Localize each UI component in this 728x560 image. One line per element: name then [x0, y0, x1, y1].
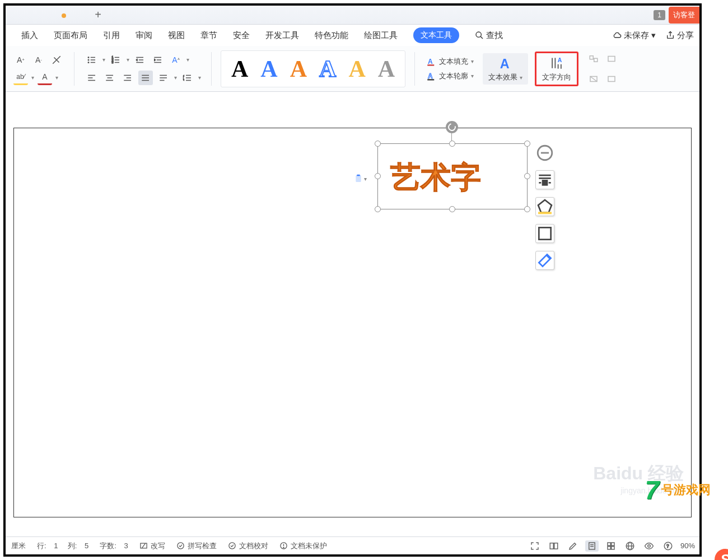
menu-features[interactable]: 特色功能: [315, 30, 348, 41]
svg-line-1: [480, 36, 483, 39]
format-painter-button[interactable]: [535, 251, 554, 270]
distributed-dropdown[interactable]: ▾: [174, 74, 177, 81]
increase-indent-button[interactable]: [151, 53, 165, 67]
svg-point-71: [229, 543, 235, 549]
cloud-save-status[interactable]: 未保存▾: [613, 30, 656, 41]
change-case-dropdown[interactable]: ▾: [186, 57, 189, 63]
menu-view[interactable]: 视图: [168, 30, 185, 41]
resize-handle-bl[interactable]: [375, 206, 381, 212]
svg-rect-66: [538, 212, 552, 214]
guest-login-button[interactable]: 访客登: [669, 7, 699, 24]
resize-handle-tr[interactable]: [524, 141, 530, 147]
shape-fill-button[interactable]: [535, 197, 554, 216]
menu-review[interactable]: 审阅: [136, 30, 152, 41]
text-outline-button[interactable]: A 文本轮廓▾: [424, 70, 476, 82]
link-textbox-button[interactable]: [586, 52, 601, 66]
menu-security[interactable]: 安全: [233, 30, 250, 41]
align-right-button[interactable]: [120, 71, 135, 85]
status-protection[interactable]: 文档未保护: [279, 541, 327, 551]
rotation-handle[interactable]: [446, 121, 458, 133]
align-left-button[interactable]: [85, 71, 99, 85]
web-layout-button[interactable]: [623, 540, 637, 552]
highlight-dropdown[interactable]: ▾: [31, 74, 34, 81]
style-a-blue[interactable]: A: [260, 55, 277, 82]
align-justify-button[interactable]: [138, 71, 153, 85]
status-cursor[interactable]: 行: 1 列: 5: [37, 541, 88, 551]
style-a-black[interactable]: A: [231, 55, 248, 82]
font-color-button[interactable]: A: [38, 71, 52, 85]
status-wordcount[interactable]: 字数: 3: [100, 541, 128, 551]
menu-text-tools[interactable]: 文本工具: [413, 27, 459, 43]
clear-format-button[interactable]: [49, 53, 64, 67]
align-distributed-button[interactable]: [156, 71, 171, 85]
zoom-level[interactable]: 90%: [680, 542, 695, 550]
highlight-button[interactable]: ab⁄: [13, 71, 28, 85]
text-direction-button[interactable]: A 文字方向: [535, 52, 578, 86]
resize-handle-ml[interactable]: [375, 173, 381, 179]
window-count-badge: 1: [654, 10, 665, 20]
menu-insert[interactable]: 插入: [21, 30, 38, 41]
document-canvas[interactable]: 艺术字 ▾ Baidu 经验 jingyan.baidu.com 7号游戏网: [6, 92, 699, 517]
paste-options-button[interactable]: ▾: [354, 174, 367, 184]
change-case-button[interactable]: Aᴬ: [169, 53, 183, 67]
eye-care-button[interactable]: [642, 540, 656, 552]
search-button[interactable]: 查找: [475, 30, 503, 41]
resize-handle-tm[interactable]: [449, 141, 455, 147]
shape-outline-button[interactable]: [535, 224, 554, 243]
bullets-dropdown[interactable]: ▾: [102, 57, 105, 63]
svg-point-7: [88, 62, 89, 63]
bullets-button[interactable]: [85, 53, 99, 67]
text-fill-icon: A: [426, 57, 436, 67]
font-color-dropdown[interactable]: ▾: [55, 74, 58, 81]
status-bar: 厘米 行: 1 列: 5 字数: 3 改写 拼写检查 文档校对 文档未保护 ? …: [6, 536, 699, 554]
style-a-outline-blue[interactable]: A: [319, 55, 336, 82]
outline-view-button[interactable]: [604, 540, 618, 552]
text-fill-button[interactable]: A 文本填充▾: [424, 55, 476, 68]
status-proofread[interactable]: 文档校对: [228, 541, 268, 551]
line-spacing-dropdown[interactable]: ▾: [198, 74, 201, 81]
increase-font-button[interactable]: A+: [13, 53, 28, 67]
svg-text:?: ?: [666, 544, 669, 549]
new-tab-button[interactable]: +: [90, 7, 106, 24]
style-a-gray[interactable]: A: [378, 55, 395, 82]
numbering-dropdown[interactable]: ▾: [127, 57, 129, 63]
print-layout-button[interactable]: [585, 540, 599, 552]
menu-drawing-tools[interactable]: 绘图工具: [364, 30, 398, 41]
reading-view-button[interactable]: [547, 540, 561, 552]
line-spacing-button[interactable]: [180, 71, 195, 85]
resize-handle-bm[interactable]: [449, 206, 455, 212]
share-button[interactable]: 分享: [666, 30, 694, 41]
wordart-selection-box[interactable]: 艺术字: [377, 143, 528, 209]
break-link-button[interactable]: [604, 52, 619, 66]
wordart-text[interactable]: 艺术字: [390, 157, 481, 198]
status-spellcheck[interactable]: 拼写检查: [176, 541, 217, 551]
status-unit[interactable]: 厘米: [11, 541, 26, 551]
text-direction-icon: A: [549, 55, 564, 71]
svg-point-70: [178, 543, 184, 549]
page[interactable]: [13, 128, 692, 517]
numbering-button[interactable]: 123: [109, 53, 123, 67]
resize-handle-br[interactable]: [524, 206, 530, 212]
menu-chapter[interactable]: 章节: [200, 30, 217, 41]
collapse-button[interactable]: [535, 143, 554, 162]
menu-developer[interactable]: 开发工具: [265, 30, 299, 41]
fullscreen-button[interactable]: [528, 540, 542, 552]
resize-handle-mr[interactable]: [524, 173, 530, 179]
prev-textbox-button[interactable]: [586, 72, 601, 86]
decrease-indent-button[interactable]: [133, 53, 147, 67]
style-a-gold[interactable]: A: [348, 55, 365, 82]
settings-button[interactable]: ?: [661, 540, 675, 552]
align-center-button[interactable]: [102, 71, 117, 85]
decrease-font-button[interactable]: A-: [31, 53, 46, 67]
wordart-style-gallery[interactable]: A A A A A A: [221, 50, 405, 87]
style-a-orange[interactable]: A: [290, 55, 307, 82]
status-rewrite[interactable]: 改写: [139, 541, 165, 551]
edit-button[interactable]: [566, 540, 580, 552]
menu-references[interactable]: 引用: [103, 30, 120, 41]
text-effects-button[interactable]: A 文本效果 ▾: [483, 53, 528, 85]
layout-options-button[interactable]: [535, 170, 554, 189]
menu-page-layout[interactable]: 页面布局: [54, 30, 87, 41]
text-fill-label: 文本填充: [439, 57, 468, 67]
resize-handle-tl[interactable]: [375, 141, 381, 147]
next-textbox-button[interactable]: [604, 72, 619, 86]
